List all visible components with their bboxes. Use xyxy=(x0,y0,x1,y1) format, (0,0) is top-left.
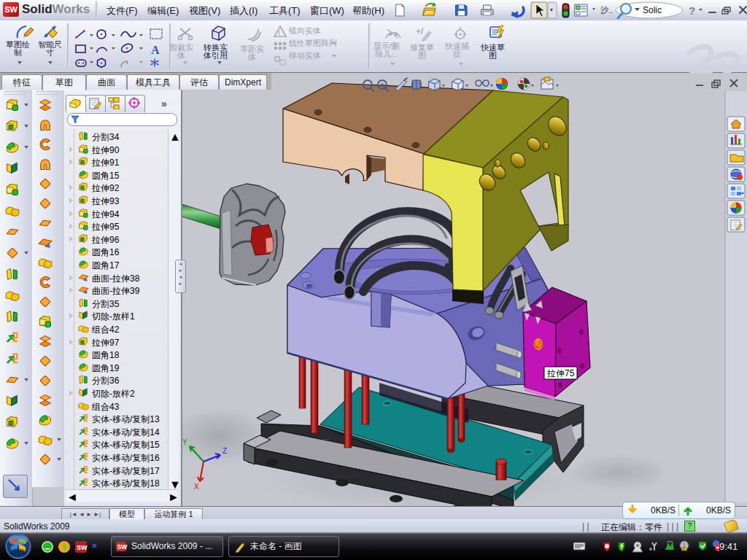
svg-text:拉伸75: 拉伸75 xyxy=(546,368,575,378)
svg-text:Solic: Solic xyxy=(643,5,662,15)
svg-text:Z: Z xyxy=(222,447,227,455)
svg-text:+/: +/ xyxy=(416,26,424,36)
svg-text:»: » xyxy=(92,541,97,551)
svg-text:SW: SW xyxy=(77,544,88,551)
svg-text:A: A xyxy=(151,44,160,56)
svg-text:沙..: 沙.. xyxy=(600,6,613,15)
svg-text:!: ! xyxy=(278,29,280,36)
svg-text:?: ? xyxy=(689,4,695,17)
svg-text:!: ! xyxy=(684,547,685,551)
svg-text:Y: Y xyxy=(182,438,187,446)
svg-text:SW: SW xyxy=(117,543,128,551)
svg-text:X: X xyxy=(194,483,199,491)
